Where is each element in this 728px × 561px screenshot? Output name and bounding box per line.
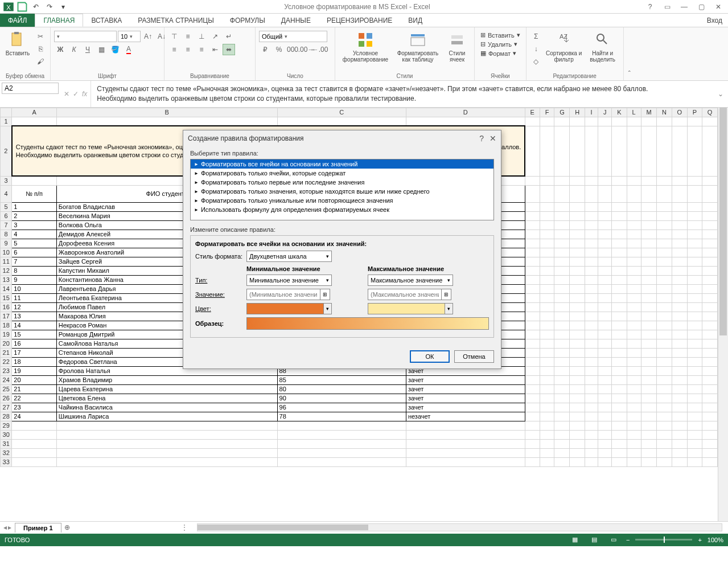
row-header[interactable]: 33 — [1, 457, 12, 466]
increase-decimal-icon[interactable]: .00→ — [300, 44, 312, 55]
border-icon[interactable]: ▦ — [95, 44, 108, 55]
column-header[interactable]: D — [406, 108, 525, 117]
delete-button[interactable]: ⊟Удалить▾ — [478, 40, 523, 48]
row-header[interactable]: 9 — [1, 239, 12, 248]
format-as-table-button[interactable]: Форматировать как таблицу — [394, 31, 441, 63]
row-header[interactable]: 7 — [1, 220, 12, 230]
table-cell[interactable]: 8 — [12, 266, 56, 275]
table-cell[interactable]: 3 — [12, 220, 56, 230]
fill-icon[interactable]: ↓ — [530, 43, 542, 55]
formula-content[interactable]: Студенты сдают тест по теме «Рыночная эк… — [91, 81, 718, 107]
increase-font-icon[interactable]: A↑ — [142, 31, 154, 42]
row-header[interactable]: 14 — [1, 284, 12, 293]
rule-type-item[interactable]: Форматировать только ячейки, которые сод… — [191, 169, 493, 178]
italic-button[interactable]: К — [68, 44, 80, 55]
table-cell[interactable]: 15 — [12, 330, 56, 339]
column-header[interactable]: F — [540, 108, 554, 117]
row-header[interactable]: 16 — [1, 302, 12, 312]
row-header[interactable]: 15 — [1, 293, 12, 302]
page-layout-view-icon[interactable]: ▤ — [587, 535, 601, 545]
table-cell[interactable]: Царева Екатерина — [56, 384, 277, 394]
format-button[interactable]: ▦Формат▾ — [478, 49, 523, 58]
page-break-view-icon[interactable]: ▭ — [607, 535, 620, 545]
sort-filter-button[interactable]: AZ Сортировка и фильтр — [545, 31, 583, 63]
find-select-button[interactable]: Найти и выделить — [586, 31, 620, 63]
format-painter-icon[interactable]: 🖌 — [34, 56, 47, 67]
enter-formula-icon[interactable]: ✓ — [73, 90, 79, 98]
row-header[interactable]: 26 — [1, 394, 12, 403]
table-cell[interactable]: 85 — [277, 375, 406, 384]
table-cell[interactable]: 22 — [12, 394, 56, 403]
row-header[interactable]: 30 — [1, 430, 12, 439]
row-header[interactable]: 29 — [1, 421, 12, 430]
table-cell[interactable]: 17 — [12, 348, 56, 357]
tab-formulas[interactable]: ФОРМУЛЫ — [222, 14, 273, 27]
min-color-select[interactable] — [246, 303, 332, 314]
column-header[interactable]: H — [570, 108, 585, 117]
minimize-icon[interactable]: — — [677, 1, 692, 13]
table-cell[interactable]: 90 — [277, 394, 406, 403]
row-header[interactable]: 21 — [1, 348, 12, 357]
sheet-nav-next-icon[interactable]: ▸ — [8, 523, 11, 531]
table-cell[interactable]: 2 — [12, 211, 56, 220]
row-header[interactable]: 31 — [1, 439, 12, 448]
decrease-decimal-icon[interactable]: ←.00 — [314, 44, 326, 55]
tab-insert[interactable]: ВСТАВКА — [83, 14, 130, 27]
max-value-input[interactable] — [368, 289, 442, 300]
help-icon[interactable]: ? — [643, 1, 657, 13]
table-cell[interactable]: 13 — [12, 312, 56, 321]
table-cell[interactable]: зачет — [406, 394, 525, 403]
column-header[interactable]: B — [56, 108, 277, 117]
cell-styles-button[interactable]: Стили ячеек — [443, 31, 471, 63]
column-header[interactable]: J — [598, 108, 612, 117]
row-header[interactable]: 12 — [1, 266, 12, 275]
cut-icon[interactable]: ✂ — [34, 31, 47, 42]
row-header[interactable]: 25 — [1, 384, 12, 394]
autosum-icon[interactable]: Σ — [530, 31, 542, 42]
zoom-in-icon[interactable]: + — [698, 537, 701, 543]
maximize-icon[interactable]: ▢ — [694, 1, 709, 13]
row-header[interactable]: 8 — [1, 230, 12, 239]
sheet-nav-prev-icon[interactable]: ◂ — [3, 523, 7, 531]
column-header[interactable]: G — [554, 108, 570, 117]
table-cell[interactable]: 96 — [277, 403, 406, 412]
tab-view[interactable]: ВИД — [400, 14, 430, 27]
merge-center-icon[interactable]: ⬌ — [223, 44, 235, 55]
table-cell[interactable]: 9 — [12, 275, 56, 284]
table-cell[interactable]: 16 — [12, 339, 56, 348]
row-header[interactable]: 24 — [1, 375, 12, 384]
dialog-help-icon[interactable]: ? — [479, 134, 484, 143]
table-cell[interactable]: Цветкова Елена — [56, 394, 277, 403]
tab-review[interactable]: РЕЦЕНЗИРОВАНИЕ — [319, 14, 400, 27]
cancel-button[interactable]: Отмена — [454, 350, 494, 363]
row-header[interactable]: 6 — [1, 211, 12, 220]
save-icon[interactable] — [16, 1, 28, 13]
table-cell[interactable]: 21 — [12, 384, 56, 394]
align-middle-icon[interactable]: ≡ — [182, 31, 194, 42]
table-cell[interactable]: 10 — [12, 284, 56, 293]
column-header[interactable]: K — [612, 108, 627, 117]
expand-formula-icon[interactable]: ⌄ — [718, 90, 728, 98]
insert-button[interactable]: ⊞Вставить▾ — [478, 31, 523, 39]
column-header[interactable]: O — [672, 108, 687, 117]
column-header[interactable]: M — [641, 108, 656, 117]
tab-pagelayout[interactable]: РАЗМЕТКА СТРАНИЦЫ — [130, 14, 222, 27]
rule-type-list[interactable]: Форматировать все ячейки на основании их… — [190, 159, 494, 220]
add-sheet-icon[interactable]: ⊕ — [61, 523, 73, 531]
max-type-select[interactable]: Максимальное значение — [368, 275, 453, 286]
table-cell[interactable]: 18 — [12, 357, 56, 366]
comma-icon[interactable]: 000 — [286, 44, 299, 55]
align-left-icon[interactable]: ≡ — [168, 44, 180, 55]
max-color-select[interactable] — [368, 303, 453, 314]
orientation-icon[interactable]: ↗ — [209, 31, 221, 42]
zoom-slider[interactable] — [635, 539, 692, 540]
min-type-select[interactable]: Минимальное значение — [246, 275, 332, 286]
conditional-formatting-button[interactable]: Условное форматирование — [339, 31, 392, 63]
table-cell[interactable]: 7 — [12, 257, 56, 266]
dialog-close-icon[interactable]: ✕ — [490, 134, 496, 143]
signin-link[interactable]: Вход — [701, 14, 728, 27]
row-header[interactable]: 32 — [1, 448, 12, 457]
rule-type-item[interactable]: Форматировать только первые или последни… — [191, 178, 493, 187]
rule-type-item[interactable]: Форматировать только значения, которые н… — [191, 187, 493, 196]
underline-button[interactable]: Ч — [81, 44, 94, 55]
